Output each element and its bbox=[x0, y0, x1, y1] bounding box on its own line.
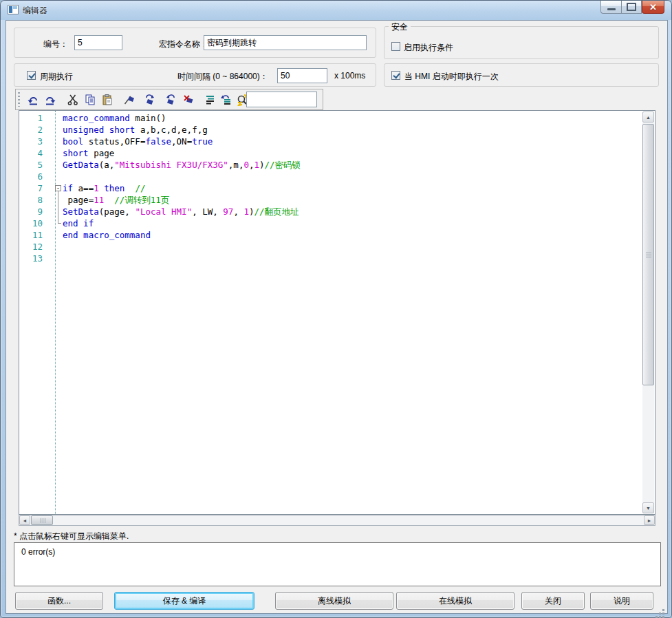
dialog-content: 编号： 宏指令名称： 安全 启用执行条件 周期执行 时间间隔 (0 ~ 8640… bbox=[6, 20, 668, 614]
toggle-bookmark-icon bbox=[123, 94, 136, 106]
vertical-scrollbar[interactable]: ▲ ▼ bbox=[642, 111, 654, 513]
horizontal-scroll-thumb[interactable] bbox=[31, 515, 53, 525]
titlebar[interactable]: 编辑器 ✕ bbox=[1, 1, 671, 20]
thumb-grip bbox=[646, 255, 651, 255]
thumb-grip bbox=[45, 518, 45, 523]
line-number: 4 bbox=[19, 147, 49, 159]
redo-icon bbox=[44, 94, 56, 106]
macro-id-input[interactable] bbox=[74, 35, 122, 50]
code-text: page=11 //调转到11页 bbox=[63, 194, 169, 206]
startup-checkbox[interactable] bbox=[391, 71, 400, 80]
code-text: end if bbox=[63, 217, 94, 229]
cut-button[interactable] bbox=[65, 91, 81, 108]
code-line: 12 bbox=[19, 241, 641, 253]
close-dialog-button[interactable]: 关闭 bbox=[521, 592, 585, 610]
scroll-left-button[interactable]: ◄ bbox=[19, 515, 30, 525]
code-text: end macro_command bbox=[63, 229, 151, 241]
code-line: 3bool status,OFF=false,ON=true bbox=[19, 136, 641, 147]
cut-icon bbox=[67, 94, 79, 106]
startup-label: 当 HMI 启动时即执行一次 bbox=[404, 71, 499, 83]
fold-column bbox=[49, 217, 63, 229]
fold-column bbox=[49, 241, 63, 253]
toolbar-search-input[interactable] bbox=[246, 92, 317, 107]
fold-column bbox=[49, 136, 63, 147]
window-controls: ✕ bbox=[600, 1, 664, 14]
undo-button[interactable] bbox=[25, 91, 41, 108]
arrow-right-icon: ► bbox=[647, 518, 652, 523]
copy-button[interactable] bbox=[82, 91, 98, 108]
fold-toggle[interactable]: - bbox=[49, 182, 63, 194]
code-text: GetData(a,"Mitsubishi FX3U/FX3G",m,0,1)/… bbox=[63, 159, 301, 171]
code-line: 8 page=11 //调转到11页 bbox=[19, 194, 641, 206]
line-number: 11 bbox=[19, 229, 49, 241]
code-editor[interactable]: 1macro_command main()2unsigned short a,b… bbox=[19, 110, 655, 515]
maximize-button[interactable] bbox=[621, 1, 642, 14]
outdent-button[interactable] bbox=[217, 91, 234, 108]
macro-id-label: 编号： bbox=[43, 39, 68, 50]
scroll-up-button[interactable]: ▲ bbox=[642, 111, 654, 122]
periodic-group: 周期执行 时间间隔 (0 ~ 864000)： x 100ms bbox=[14, 63, 376, 87]
edit-menu-hint: * 点击鼠标右键可显示编辑菜单. bbox=[14, 531, 129, 542]
fold-column bbox=[49, 171, 63, 182]
thumb-grip bbox=[646, 253, 651, 253]
copy-icon bbox=[84, 94, 96, 106]
outdent-icon bbox=[219, 94, 232, 106]
code-line: 11end macro_command bbox=[19, 229, 641, 241]
toolbar-gripper bbox=[18, 92, 20, 107]
redo-button[interactable] bbox=[42, 91, 58, 108]
prev-bookmark-icon bbox=[164, 94, 177, 106]
macro-name-input[interactable] bbox=[204, 35, 367, 50]
arrow-down-icon: ▼ bbox=[646, 506, 651, 511]
line-number: 13 bbox=[19, 253, 49, 264]
code-line: 4short page bbox=[19, 147, 641, 159]
interval-input[interactable] bbox=[277, 68, 327, 83]
line-number: 3 bbox=[19, 136, 49, 147]
fold-column bbox=[49, 194, 63, 206]
indent-button[interactable] bbox=[202, 91, 218, 108]
close-button[interactable]: ✕ bbox=[642, 1, 664, 14]
close-icon: ✕ bbox=[649, 3, 657, 12]
resize-grip[interactable] bbox=[662, 609, 664, 611]
periodic-checkbox[interactable] bbox=[27, 71, 36, 80]
periodic-label: 周期执行 bbox=[40, 71, 73, 83]
editor-window: 编辑器 ✕ 编号： 宏指令名称： 安全 启用执行条件 周期执行 时间间隔 (0 … bbox=[0, 0, 672, 618]
online-simulation-button[interactable]: 在线模拟 bbox=[396, 592, 514, 610]
fold-column bbox=[49, 124, 63, 136]
vertical-scroll-thumb[interactable] bbox=[642, 124, 654, 385]
startup-group: 当 HMI 启动时即执行一次 bbox=[384, 63, 659, 87]
code-line: 2unsigned short a,b,c,d,e,f,g bbox=[19, 124, 641, 136]
compile-output: 0 error(s) bbox=[14, 542, 661, 586]
minimize-button[interactable] bbox=[600, 1, 621, 14]
scroll-right-button[interactable]: ► bbox=[644, 515, 655, 525]
code-line: 1macro_command main() bbox=[19, 112, 641, 124]
undo-icon bbox=[27, 94, 39, 106]
code-text: SetData(page, "Local HMI", LW, 97, 1)//翻… bbox=[63, 206, 299, 217]
horizontal-scrollbar[interactable]: ◄ ► bbox=[19, 515, 655, 526]
clear-bookmarks-icon bbox=[183, 94, 195, 106]
line-number: 5 bbox=[19, 159, 49, 171]
enable-condition-checkbox[interactable] bbox=[391, 42, 400, 51]
thumb-grip bbox=[646, 257, 651, 257]
line-number: 10 bbox=[19, 217, 49, 229]
scroll-down-button[interactable]: ▼ bbox=[642, 502, 654, 513]
offline-simulation-button[interactable]: 离线模拟 bbox=[275, 592, 393, 610]
fold-column bbox=[49, 147, 63, 159]
prev-bookmark-button[interactable] bbox=[162, 91, 179, 108]
security-group: 安全 启用执行条件 bbox=[384, 26, 659, 59]
code-text: short page bbox=[63, 147, 114, 159]
enable-condition-label: 启用执行条件 bbox=[404, 42, 453, 54]
save-compile-button[interactable]: 保存 & 编译 bbox=[114, 592, 254, 610]
code-line: 9SetData(page, "Local HMI", LW, 97, 1)//… bbox=[19, 206, 641, 217]
fold-column bbox=[49, 229, 63, 241]
code-text: if a==1 then // bbox=[63, 182, 145, 194]
functions-button[interactable]: 函数... bbox=[15, 592, 103, 610]
line-number: 2 bbox=[19, 124, 49, 136]
macro-name-label: 宏指令名称： bbox=[159, 39, 208, 50]
next-bookmark-button[interactable] bbox=[142, 91, 158, 108]
clear-bookmarks-button[interactable] bbox=[181, 91, 197, 108]
paste-button[interactable] bbox=[99, 91, 116, 108]
interval-label: 时间间隔 (0 ~ 864000)： bbox=[177, 71, 268, 83]
maximize-icon bbox=[627, 3, 636, 11]
help-button[interactable]: 说明 bbox=[590, 592, 653, 610]
toggle-bookmark-button[interactable] bbox=[121, 91, 138, 108]
